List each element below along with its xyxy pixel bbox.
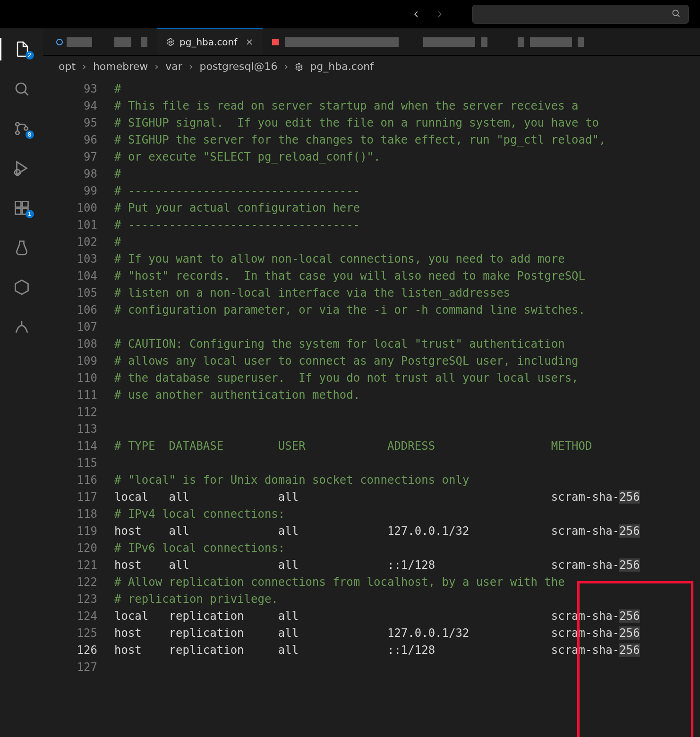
line-content: # [114, 233, 700, 250]
tab-other-4[interactable] [414, 28, 508, 55]
close-icon[interactable] [246, 38, 253, 46]
breadcrumb-segment[interactable]: homebrew [93, 60, 148, 72]
editor[interactable]: 93#94# This file is read on server start… [43, 77, 700, 737]
code-line[interactable]: 94# This file is read on server startup … [43, 97, 700, 114]
redacted-label [285, 37, 399, 47]
line-content: # SIGHUP signal. If you edit the file on… [114, 114, 700, 131]
code-line[interactable]: 104# "host" records. In that case you wi… [43, 267, 700, 284]
code-line[interactable]: 93# [43, 80, 700, 97]
line-number: 107 [43, 318, 114, 335]
editor-group: pg_hba.conf [43, 28, 700, 737]
code-line[interactable]: 101# ---------------------------------- [43, 216, 700, 233]
tab-other-3[interactable] [263, 28, 414, 55]
code-line[interactable]: 119host all all 127.0.0.1/32 scram-sha-2… [43, 523, 700, 540]
tab-label: pg_hba.conf [179, 36, 237, 48]
code-line[interactable]: 96# SIGHUP the server for the changes to… [43, 131, 700, 148]
code-line[interactable]: 110# the database superuser. If you do n… [43, 369, 700, 386]
code-line[interactable]: 102# [43, 233, 700, 250]
line-number: 106 [43, 301, 114, 318]
window-root: 2 8 1 [0, 0, 700, 737]
code-line[interactable]: 107 [43, 318, 700, 335]
code-line[interactable]: 95# SIGHUP signal. If you edit the file … [43, 114, 700, 131]
red-square-icon [272, 39, 279, 45]
activity-remote[interactable] [13, 279, 30, 296]
nav-forward-icon[interactable] [435, 9, 445, 19]
line-number: 96 [43, 131, 114, 148]
code-line[interactable]: 115 [43, 454, 700, 471]
code-line[interactable]: 97# or execute "SELECT pg_reload_conf()"… [43, 148, 700, 165]
code-line[interactable]: 126host replication all ::1/128 scram-sh… [43, 642, 700, 659]
svg-point-11 [298, 66, 300, 69]
redacted-label [423, 37, 475, 47]
breadcrumb-segment[interactable]: var [165, 60, 182, 72]
tab-other-1[interactable] [43, 28, 105, 55]
code-line[interactable]: 127 [43, 659, 700, 676]
code-line[interactable]: 122# Allow replication connections from … [43, 574, 700, 591]
activitybar: 2 8 1 [0, 28, 43, 737]
line-number: 93 [43, 80, 114, 97]
line-number: 102 [43, 233, 114, 250]
line-number: 115 [43, 454, 114, 471]
chevron-right-icon: › [284, 60, 289, 72]
line-number: 105 [43, 284, 114, 301]
code-line[interactable]: 108# CAUTION: Configuring the system for… [43, 335, 700, 352]
line-content: # ---------------------------------- [114, 216, 700, 233]
code-line[interactable]: 116# "local" is for Unix domain socket c… [43, 471, 700, 488]
activity-source-control[interactable]: 8 [13, 120, 30, 137]
search-input[interactable] [472, 5, 689, 24]
activity-other[interactable] [13, 318, 30, 335]
breadcrumb-segment[interactable]: postgresql@16 [199, 60, 277, 72]
redacted-label [141, 37, 147, 47]
line-content: # the database superuser. If you do not … [114, 369, 700, 386]
code-line[interactable]: 106# configuration parameter, or via the… [43, 301, 700, 318]
code-line[interactable]: 120# IPv6 local connections: [43, 540, 700, 557]
code-line[interactable]: 125host replication all 127.0.0.1/32 scr… [43, 625, 700, 642]
activity-explorer[interactable]: 2 [13, 41, 30, 58]
breadcrumb-segment[interactable]: opt [59, 60, 76, 72]
code-line[interactable]: 105# listen on a non-local interface via… [43, 284, 700, 301]
activity-search[interactable] [13, 80, 30, 97]
svg-point-2 [16, 122, 19, 126]
code-line[interactable]: 121host all all ::1/128 scram-sha-256 [43, 557, 700, 574]
line-content: # SIGHUP the server for the changes to t… [114, 131, 700, 148]
redacted-label [67, 37, 92, 47]
code-line[interactable]: 111# use another authentication method. [43, 386, 700, 403]
code-line[interactable]: 123# replication privilege. [43, 591, 700, 608]
code-line[interactable]: 124local replication all scram-sha-256 [43, 608, 700, 625]
line-number: 110 [43, 369, 114, 386]
svg-point-0 [673, 10, 678, 16]
breadcrumb-file[interactable]: pg_hba.conf [310, 60, 374, 72]
activity-testing[interactable] [13, 239, 30, 256]
code-line[interactable]: 103# If you want to allow non-local conn… [43, 250, 700, 267]
code-line[interactable]: 100# Put your actual configuration here [43, 199, 700, 216]
line-content: # "local" is for Unix domain socket conn… [114, 471, 700, 488]
svg-point-3 [16, 131, 19, 135]
line-number: 101 [43, 216, 114, 233]
svg-rect-7 [22, 202, 28, 207]
nav-back-icon[interactable] [411, 9, 421, 19]
code-line[interactable]: 109# allows any local user to connect as… [43, 352, 700, 369]
breadcrumbs[interactable]: opt › homebrew › var › postgresql@16 › p… [43, 56, 700, 77]
tab-pg-hba-conf[interactable]: pg_hba.conf [157, 28, 263, 55]
line-number: 118 [43, 506, 114, 523]
scm-badge: 8 [26, 130, 34, 139]
line-content: # use another authentication method. [114, 386, 700, 403]
code-line[interactable]: 117local all all scram-sha-256 [43, 488, 700, 506]
line-content: # If you want to allow non-local connect… [114, 250, 700, 267]
code-line[interactable]: 99# ---------------------------------- [43, 182, 700, 199]
code-line[interactable]: 98# [43, 165, 700, 182]
tab-other-5[interactable] [508, 28, 593, 55]
line-number: 114 [43, 437, 114, 454]
line-number: 123 [43, 591, 114, 608]
tab-other-2[interactable] [105, 28, 157, 55]
gear-icon [295, 62, 303, 70]
code-line[interactable]: 112 [43, 403, 700, 420]
code-line[interactable]: 114# TYPE DATABASE USER ADDRESS METHOD [43, 437, 700, 454]
line-content: # ---------------------------------- [114, 182, 700, 199]
code-line[interactable]: 118# IPv4 local connections: [43, 506, 700, 523]
activity-debug[interactable] [13, 160, 30, 177]
line-content: # "host" records. In that case you will … [114, 267, 700, 284]
line-content: host all all ::1/128 scram-sha-256 [114, 557, 700, 574]
code-line[interactable]: 113 [43, 420, 700, 437]
activity-extensions[interactable]: 1 [13, 199, 30, 216]
